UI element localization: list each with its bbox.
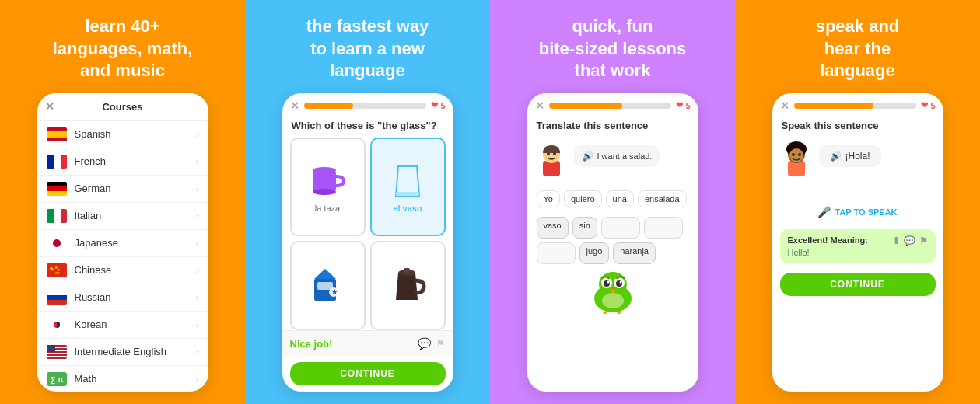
svg-rect-36 — [313, 170, 336, 192]
svg-point-12 — [53, 239, 61, 247]
panel-3-title: quick, funbite-sized lessonsthat work — [539, 16, 687, 82]
courses-title: Courses — [102, 101, 142, 113]
word-ensalada[interactable]: ensalada — [638, 190, 687, 207]
close-icon[interactable]: ✕ — [45, 100, 54, 113]
phone-mockup-4: ✕ ❤ 5 Speak this sentence — [772, 93, 943, 392]
svg-rect-46 — [404, 268, 410, 273]
close-icon[interactable]: ✕ — [535, 99, 544, 112]
chevron-icon: › — [196, 293, 199, 302]
course-item-italian[interactable]: Italian › — [37, 203, 208, 230]
svg-point-65 — [798, 153, 801, 156]
svg-rect-10 — [61, 209, 67, 223]
course-item-russian[interactable]: Russian › — [37, 284, 208, 312]
chat-icon[interactable]: 💬 — [418, 337, 431, 350]
chevron-icon: › — [196, 130, 199, 139]
svg-rect-21 — [47, 300, 67, 305]
tap-label: TAP TO SPEAK — [835, 207, 897, 217]
flag-intl-english — [47, 345, 67, 359]
svg-text:π: π — [58, 375, 64, 384]
quiz-card-vaso[interactable]: el vaso — [370, 138, 446, 236]
chevron-icon: › — [196, 320, 199, 329]
word-blank-3 — [537, 242, 576, 264]
progress-bar — [549, 103, 672, 109]
svg-point-64 — [792, 153, 795, 156]
quiz-card-taza[interactable]: la taza — [290, 138, 366, 236]
course-item-japanese[interactable]: Japanese › — [37, 230, 208, 257]
course-name-french: French — [75, 155, 196, 167]
tap-to-speak-button[interactable]: 🎤 TAP TO SPEAK — [817, 206, 897, 218]
progress-bar-fill — [549, 103, 623, 109]
svg-point-58 — [619, 280, 621, 283]
word-naranja[interactable]: naranja — [613, 242, 656, 264]
word-una[interactable]: una — [606, 190, 634, 207]
flag-math: ∑π — [47, 372, 67, 386]
progress-bar — [794, 103, 917, 109]
quiz-card-label-vaso: el vaso — [393, 204, 422, 213]
speaker-icon[interactable]: 🔊 — [582, 151, 593, 162]
character-speech: 🔊 I want a salad. — [537, 139, 689, 178]
chevron-icon: › — [196, 374, 199, 384]
word-blank-2 — [644, 217, 683, 239]
hearts-count: 5 — [930, 101, 935, 110]
word-quiero[interactable]: quiero — [564, 190, 602, 207]
course-item-math[interactable]: ∑π Math › — [37, 366, 208, 392]
word-vaso[interactable]: vaso — [537, 217, 569, 239]
word-yo[interactable]: Yo — [537, 190, 560, 207]
svg-rect-2 — [47, 155, 54, 169]
quiz-card-3[interactable]: ★ — [290, 241, 366, 330]
course-item-german[interactable]: German › — [37, 176, 208, 203]
panel-1-title: learn 40+languages, math,and music — [53, 16, 193, 82]
svg-point-38 — [313, 189, 336, 195]
quiz-question: Which of these is "the glass"? — [282, 115, 453, 138]
heart-icon: ❤ — [921, 100, 928, 110]
chat-icon[interactable]: 💬 — [904, 235, 915, 246]
speaker-icon[interactable]: 🔊 — [830, 151, 842, 162]
panel-courses: learn 40+languages, math,and music ✕ Cou… — [0, 0, 245, 404]
course-item-chinese[interactable]: ★★★★★ Chinese › — [37, 257, 208, 284]
flag-italy — [47, 209, 67, 223]
panel-speak: speak andhear thelanguage ✕ ❤ 5 Speak th… — [735, 0, 980, 404]
course-item-intl-english[interactable]: Intermediate English › — [37, 339, 208, 366]
milk-carton-image: ★ — [304, 265, 351, 304]
quiz-card-4[interactable] — [370, 241, 446, 330]
course-name-spanish: Spanish — [75, 128, 196, 140]
course-item-korean[interactable]: Korean › — [37, 312, 208, 339]
excellent-label: Excellent! Meaning: — [788, 235, 868, 246]
phone-mockup-1: ✕ Courses Spanish › French › — [37, 93, 208, 392]
hearts-count: 5 — [440, 101, 445, 110]
flag-france — [47, 155, 67, 169]
chevron-icon: › — [196, 211, 199, 221]
share-icon[interactable]: ⬆ — [892, 235, 900, 246]
chevron-icon: › — [196, 347, 199, 357]
word-sin[interactable]: sin — [572, 217, 597, 239]
svg-point-37 — [313, 167, 336, 173]
svg-rect-3 — [54, 155, 61, 169]
chevron-icon: › — [196, 266, 199, 275]
course-item-french[interactable]: French › — [37, 148, 208, 176]
svg-point-59 — [602, 293, 624, 308]
svg-text:∑: ∑ — [50, 375, 55, 385]
hearts-count: 5 — [685, 101, 690, 110]
flag-report-icon[interactable]: ⚑ — [436, 337, 446, 350]
speak-continue-button[interactable]: CONTINUE — [780, 273, 936, 296]
quiz-topbar: ✕ ❤ 5 — [282, 93, 453, 115]
svg-rect-42 — [317, 282, 333, 290]
speak-section: Speak this sentence — [772, 115, 943, 198]
svg-rect-20 — [47, 295, 67, 300]
svg-rect-4 — [61, 155, 67, 169]
coffee-pot-image — [384, 265, 431, 304]
flag-icon[interactable]: ⚑ — [919, 235, 928, 246]
chevron-icon: › — [196, 239, 199, 248]
excellent-feedback-bar: Excellent! Meaning: ⬆ 💬 ⚑ Hello! — [780, 229, 936, 263]
close-icon[interactable]: ✕ — [780, 99, 789, 112]
course-item-spanish[interactable]: Spanish › — [37, 121, 208, 148]
word-jugo[interactable]: jugo — [579, 242, 610, 264]
hola-text: ¡Hola! — [845, 151, 870, 162]
continue-button[interactable]: CONTINUE — [290, 362, 446, 385]
speak-character-bubble: 🔊 ¡Hola! — [782, 139, 934, 178]
quiz-close-icon[interactable]: ✕ — [290, 99, 299, 112]
flag-china: ★★★★★ — [47, 263, 67, 277]
svg-rect-1 — [47, 131, 67, 138]
speak-instruction: Speak this sentence — [782, 120, 934, 131]
courses-header: ✕ Courses — [37, 93, 208, 121]
